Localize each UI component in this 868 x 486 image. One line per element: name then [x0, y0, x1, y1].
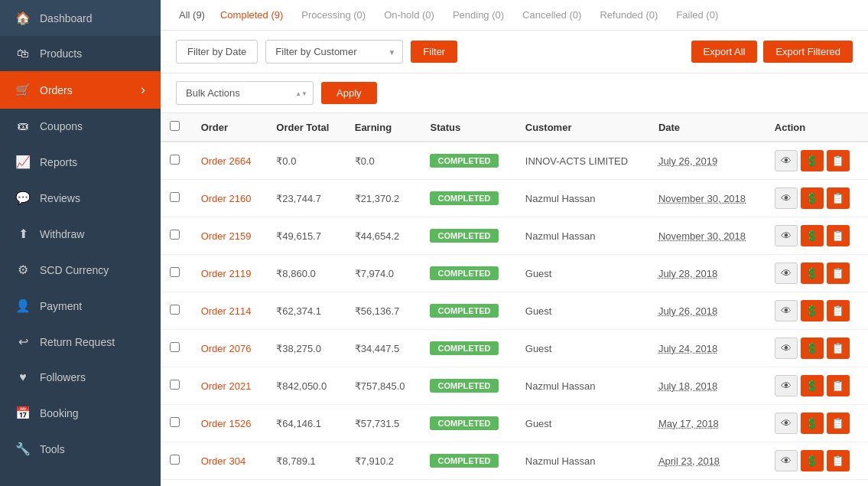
delete-button[interactable]: 📋: [827, 225, 850, 246]
order-total: ₹38,275.0: [267, 330, 345, 367]
sidebar-item-products[interactable]: 🛍 Products: [0, 36, 161, 71]
export-all-button[interactable]: Export All: [691, 41, 758, 63]
delete-button[interactable]: 📋: [827, 300, 850, 321]
status-badge: Completed: [430, 379, 498, 393]
row-checkbox[interactable]: [170, 455, 180, 465]
delete-button[interactable]: 📋: [827, 375, 850, 396]
sidebar-item-orders[interactable]: 🛒 Orders ›: [0, 71, 161, 109]
edit-button[interactable]: 💲: [801, 338, 824, 359]
tools-icon: 🔧: [15, 442, 31, 456]
delete-button[interactable]: 📋: [827, 413, 850, 434]
edit-button[interactable]: 💲: [801, 188, 824, 209]
delete-button[interactable]: 📋: [827, 188, 850, 209]
view-button[interactable]: 👁: [775, 450, 798, 471]
export-buttons: Export All Export Filtered: [691, 41, 853, 63]
view-button[interactable]: 👁: [775, 300, 798, 321]
order-total: ₹64,146.1: [267, 405, 345, 442]
sidebar-item-return-request[interactable]: ↩ Return Request: [0, 324, 161, 360]
row-checkbox[interactable]: [170, 305, 180, 315]
row-checkbox[interactable]: [170, 380, 180, 390]
order-earning: ₹21,370.2: [346, 180, 421, 217]
sidebar-item-withdraw[interactable]: ⬆ Withdraw: [0, 216, 161, 252]
toolbar: Filter by Date Filter by Customer Filter…: [161, 31, 868, 73]
order-link-304[interactable]: Order 304: [201, 455, 246, 467]
sidebar-item-reviews[interactable]: 💬 Reviews: [0, 180, 161, 216]
tab-completed[interactable]: Completed (9): [217, 8, 286, 22]
filter-customer-select[interactable]: Filter by Customer: [265, 40, 403, 64]
order-date: May 17, 2018: [658, 418, 719, 429]
sidebar-item-dashboard[interactable]: 🏠 Dashboard: [0, 0, 161, 36]
edit-button[interactable]: 💲: [801, 150, 824, 171]
tab-cancelled[interactable]: Cancelled (0): [516, 8, 584, 22]
sidebar-item-payment[interactable]: 👤 Payment: [0, 288, 161, 324]
sidebar-item-coupons[interactable]: 🎟 Coupons: [0, 109, 161, 144]
row-checkbox[interactable]: [170, 267, 180, 277]
tab-all[interactable]: All (9): [176, 8, 208, 22]
edit-button[interactable]: 💲: [801, 263, 824, 284]
tab-on-hold[interactable]: On-hold (0): [378, 8, 437, 22]
sidebar-item-label: Products: [40, 47, 82, 60]
edit-button[interactable]: 💲: [801, 375, 824, 396]
order-customer: Guest: [516, 330, 649, 367]
export-filtered-button[interactable]: Export Filtered: [763, 41, 853, 63]
view-button[interactable]: 👁: [775, 225, 798, 246]
delete-button[interactable]: 📋: [827, 450, 850, 471]
view-button[interactable]: 👁: [775, 263, 798, 284]
withdraw-icon: ⬆: [15, 227, 31, 241]
view-button[interactable]: 👁: [775, 413, 798, 434]
sidebar-item-label: Reviews: [40, 192, 80, 204]
order-link-1526[interactable]: Order 1526: [201, 418, 252, 429]
edit-button[interactable]: 💲: [801, 225, 824, 246]
order-link-2114[interactable]: Order 2114: [201, 305, 252, 317]
sidebar-item-label: Booking: [40, 407, 79, 419]
row-checkbox[interactable]: [170, 192, 180, 202]
bulk-actions-select[interactable]: Bulk Actions: [176, 81, 314, 105]
tab-processing[interactable]: Processing (0): [295, 8, 369, 22]
filter-button[interactable]: Filter: [411, 41, 457, 63]
sidebar-item-label: Reports: [40, 156, 77, 168]
filter-date-button[interactable]: Filter by Date: [176, 40, 258, 64]
order-total: ₹49,615.7: [267, 217, 345, 255]
edit-button[interactable]: 💲: [801, 300, 824, 321]
edit-button[interactable]: 💲: [801, 450, 824, 471]
delete-button[interactable]: 📋: [827, 338, 850, 359]
tab-refunded[interactable]: Refunded (0): [593, 8, 661, 22]
sidebar-item-booking[interactable]: 📅 Booking: [0, 395, 161, 431]
tab-failed[interactable]: Failed (0): [670, 8, 721, 22]
action-group: 👁💲📋: [775, 450, 859, 471]
delete-button[interactable]: 📋: [827, 150, 850, 171]
order-total: ₹8,789.1: [267, 442, 345, 480]
view-button[interactable]: 👁: [775, 188, 798, 209]
order-earning: ₹56,136.7: [346, 292, 421, 330]
sidebar-item-tools[interactable]: 🔧 Tools: [0, 431, 161, 467]
order-date: July 18, 2018: [658, 380, 717, 392]
row-checkbox[interactable]: [170, 155, 180, 165]
delete-button[interactable]: 📋: [827, 263, 850, 284]
order-link-2021[interactable]: Order 2021: [201, 380, 252, 392]
view-button[interactable]: 👁: [775, 375, 798, 396]
sidebar-item-scd-currency[interactable]: ⚙ SCD Currency: [0, 252, 161, 288]
edit-button[interactable]: 💲: [801, 413, 824, 434]
sidebar-item-reports[interactable]: 📈 Reports: [0, 144, 161, 180]
order-link-2159[interactable]: Order 2159: [201, 230, 252, 242]
order-link-2119[interactable]: Order 2119: [201, 268, 252, 279]
order-link-2664[interactable]: Order 2664: [201, 155, 252, 167]
order-earning: ₹57,731.5: [346, 405, 421, 442]
view-button[interactable]: 👁: [775, 150, 798, 171]
view-button[interactable]: 👁: [775, 338, 798, 359]
bulk-select-wrapper: Bulk Actions: [176, 81, 314, 105]
sidebar-item-label: Withdraw: [40, 228, 84, 240]
row-checkbox[interactable]: [170, 230, 180, 240]
followers-icon: ♥: [15, 370, 31, 384]
sidebar-item-label: Dashboard: [40, 12, 93, 24]
apply-button[interactable]: Apply: [321, 82, 377, 104]
sidebar-item-followers[interactable]: ♥ Followers: [0, 360, 161, 395]
order-link-2160[interactable]: Order 2160: [201, 193, 252, 204]
row-checkbox[interactable]: [170, 417, 180, 427]
tab-pending[interactable]: Pending (0): [447, 8, 507, 22]
order-link-2076[interactable]: Order 2076: [201, 343, 252, 354]
scd-currency-icon: ⚙: [15, 263, 31, 277]
row-checkbox[interactable]: [170, 342, 180, 352]
action-group: 👁💲📋: [775, 150, 859, 171]
select-all-checkbox[interactable]: [170, 121, 180, 131]
